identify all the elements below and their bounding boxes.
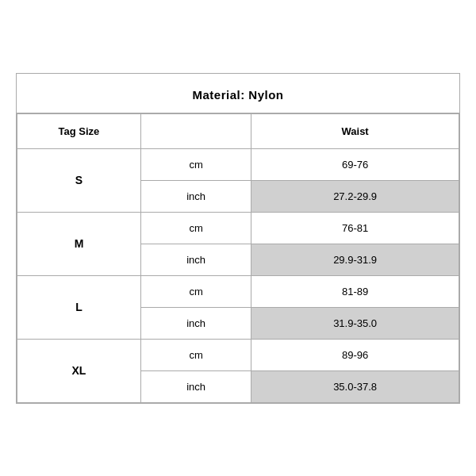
waist-value: 69-76 bbox=[251, 148, 459, 180]
header-unit-empty bbox=[140, 113, 251, 148]
size-label: L bbox=[17, 275, 141, 339]
unit-cell: inch bbox=[140, 370, 251, 402]
header-tag-size: Tag Size bbox=[17, 113, 141, 148]
header-waist: Waist bbox=[251, 113, 459, 148]
table-row: XLcm89-96 bbox=[17, 339, 459, 370]
waist-value: 35.0-37.8 bbox=[251, 370, 459, 402]
waist-value: 76-81 bbox=[251, 212, 459, 244]
unit-cell: inch bbox=[140, 307, 251, 339]
unit-cell: cm bbox=[140, 339, 251, 370]
size-label: XL bbox=[17, 339, 141, 402]
table-body: Scm69-76inch27.2-29.9Mcm76-81inch29.9-31… bbox=[17, 148, 459, 402]
material-title: Material: Nylon bbox=[17, 74, 459, 113]
unit-cell: cm bbox=[140, 275, 251, 307]
table-row: Mcm76-81 bbox=[17, 212, 459, 244]
table-row: Scm69-76 bbox=[17, 148, 459, 180]
unit-cell: cm bbox=[140, 148, 251, 180]
waist-value: 29.9-31.9 bbox=[251, 244, 459, 275]
waist-value: 27.2-29.9 bbox=[251, 180, 459, 212]
table-header-row: Tag Size Waist bbox=[17, 113, 459, 148]
unit-cell: inch bbox=[140, 244, 251, 275]
unit-cell: inch bbox=[140, 180, 251, 212]
waist-value: 31.9-35.0 bbox=[251, 307, 459, 339]
size-label: M bbox=[17, 212, 141, 275]
product-table-container: Material: Nylon Tag Size Waist Scm69-76i… bbox=[16, 73, 460, 404]
size-table: Tag Size Waist Scm69-76inch27.2-29.9Mcm7… bbox=[17, 113, 459, 403]
unit-cell: cm bbox=[140, 212, 251, 244]
waist-value: 89-96 bbox=[251, 339, 459, 370]
waist-value: 81-89 bbox=[251, 275, 459, 307]
table-row: Lcm81-89 bbox=[17, 275, 459, 307]
size-label: S bbox=[17, 148, 141, 212]
